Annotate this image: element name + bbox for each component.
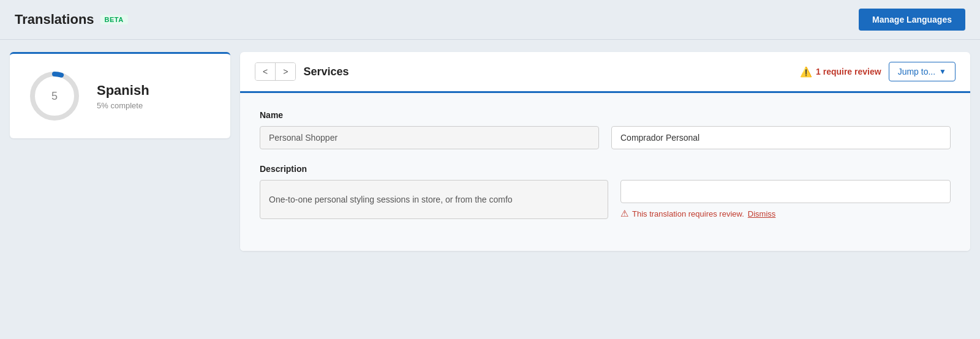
nav-buttons: < > [255, 62, 296, 81]
progress-donut: 5 [27, 69, 82, 124]
chevron-down-icon: ▼ [939, 67, 946, 76]
language-info: Spanish 5% complete [97, 83, 149, 110]
nav-prev-button[interactable]: < [255, 63, 276, 80]
form-area: Name Description ⚠ This translation requ… [240, 93, 970, 251]
section-header: < > Services ⚠️ 1 require review Jump to… [240, 52, 970, 93]
review-count-text: 1 require review [816, 67, 881, 76]
review-warning: ⚠ This translation requires review. Dism… [620, 208, 951, 219]
description-field-group: Description ⚠ This translation requires … [260, 164, 951, 219]
name-original-input[interactable] [260, 126, 599, 149]
review-notice: ⚠️ 1 require review [800, 66, 881, 78]
content-panel: < > Services ⚠️ 1 require review Jump to… [240, 52, 970, 251]
review-icon: ⚠️ [800, 66, 812, 78]
donut-center-label: 5 [51, 90, 58, 103]
main-layout: 5 Spanish 5% complete < > Services ⚠️ 1 … [0, 40, 980, 263]
language-percent: 5% complete [97, 101, 149, 110]
section-title: Services [303, 65, 793, 78]
name-translated-input[interactable] [611, 126, 951, 149]
description-translated-input[interactable] [620, 180, 951, 203]
description-label: Description [260, 164, 951, 174]
name-field-row [260, 126, 951, 149]
beta-badge: BETA [100, 15, 128, 24]
jump-to-label: Jump to... [898, 67, 935, 76]
name-label: Name [260, 110, 951, 120]
review-warning-text: This translation requires review. [632, 209, 744, 218]
description-field-row: ⚠ This translation requires review. Dism… [260, 180, 951, 219]
warning-icon: ⚠ [620, 208, 628, 219]
nav-next-button[interactable]: > [276, 63, 295, 80]
manage-languages-button[interactable]: Manage Languages [859, 9, 965, 31]
language-card: 5 Spanish 5% complete [10, 52, 230, 138]
header-title-group: Translations BETA [15, 12, 128, 28]
page-title: Translations [15, 12, 94, 28]
description-original-input[interactable] [260, 180, 608, 219]
page-header: Translations BETA Manage Languages [0, 0, 980, 40]
dismiss-link[interactable]: Dismiss [748, 209, 776, 218]
language-name: Spanish [97, 83, 149, 99]
jump-to-button[interactable]: Jump to... ▼ [889, 62, 956, 81]
name-field-group: Name [260, 110, 951, 149]
